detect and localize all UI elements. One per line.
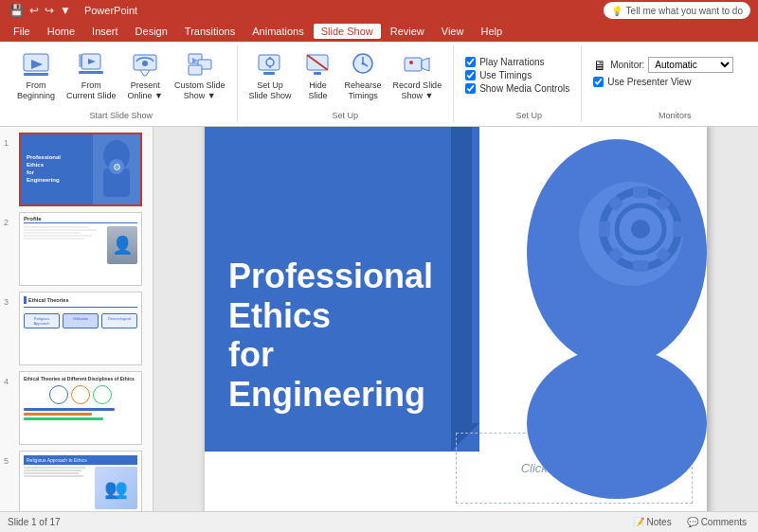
slide-title: ProfessionalEthicsforEngineering (228, 257, 433, 414)
custom-slide-show-label: Custom SlideShow ▼ (174, 80, 226, 101)
slide-item-5[interactable]: 5 Religious Approach to Ethics 👥 (0, 449, 153, 511)
play-narrations-checkbox[interactable]: Play Narrations (465, 57, 569, 67)
setup-group-label: Set Up (238, 111, 454, 120)
from-current-slide-button[interactable]: FromCurrent Slide (63, 47, 120, 103)
svg-rect-40 (633, 260, 648, 272)
slide-thumb-4[interactable]: Ethical Theories at Different Discipline… (19, 371, 142, 445)
setup-slide-show-button[interactable]: Set UpSlide Show (245, 47, 296, 103)
from-beginning-button[interactable]: FromBeginning (13, 47, 59, 103)
slide-thumb-3[interactable]: Ethical Theories ReligiousApproach Utili… (19, 292, 142, 365)
setup-slide-show-label: Set UpSlide Show (249, 80, 292, 101)
main-area: 1 ProfessionalEthicsforEngineering (0, 127, 758, 511)
use-timings-label: Use Timings (479, 70, 532, 80)
svg-marker-26 (422, 58, 429, 71)
notes-label: Notes (647, 517, 672, 527)
slide-thumb-5[interactable]: Religious Approach to Ethics 👥 (19, 451, 142, 511)
svg-rect-11 (189, 65, 202, 75)
slide-item-2[interactable]: 2 Profile 👤 (0, 210, 153, 288)
menu-help[interactable]: Help (473, 24, 510, 39)
rehearse-timings-button[interactable]: RehearseTimings (341, 47, 386, 103)
comments-button[interactable]: 💬 Comments (683, 516, 750, 528)
menu-file[interactable]: File (6, 24, 38, 39)
svg-text:⚙: ⚙ (112, 162, 120, 172)
monitor-icon: 🖥 (593, 58, 606, 73)
slide-item-4[interactable]: 4 Ethical Theories at Different Discipli… (0, 369, 153, 447)
show-media-controls-checkbox[interactable]: Show Media Controls (465, 83, 569, 94)
checkboxes-group: Play Narrations Use Timings Show Media C… (454, 45, 582, 122)
record-slide-show-icon (402, 49, 432, 80)
rehearse-timings-icon (348, 49, 378, 80)
ribbon: FromBeginning FromCurrent Slide (0, 42, 758, 127)
menu-slideshow[interactable]: Slide Show (314, 24, 381, 39)
svg-rect-2 (24, 73, 48, 76)
redo-icon[interactable]: ↪ (43, 4, 56, 17)
monitors-controls: 🖥 Monitor: Automatic Use Presenter View (593, 53, 733, 91)
menu-animations[interactable]: Animations (244, 24, 311, 39)
comments-label: Comments (701, 517, 747, 527)
custom-slide-show-button[interactable]: Custom SlideShow ▼ (171, 47, 229, 103)
setup-group: Set UpSlide Show HideSlide (238, 45, 455, 122)
play-narrations-input[interactable] (465, 57, 476, 67)
svg-rect-42 (673, 222, 684, 237)
svg-point-38 (631, 220, 650, 239)
menu-transitions[interactable]: Transitions (177, 24, 243, 39)
undo-icon[interactable]: ↩ (27, 4, 41, 17)
from-current-slide-icon (76, 49, 106, 80)
slide-info: Slide 1 of 17 (8, 517, 61, 527)
from-current-slide-label: FromCurrent Slide (66, 80, 117, 101)
lightbulb-icon: 💡 (611, 6, 623, 16)
status-left: Slide 1 of 17 (8, 517, 61, 527)
svg-rect-14 (263, 72, 275, 75)
start-slideshow-group-label: Start Slide Show (6, 111, 237, 120)
status-right: 📝 Notes 💬 Comments (629, 516, 750, 528)
svg-rect-25 (405, 58, 422, 71)
slide-num-2: 2 (4, 218, 15, 227)
menu-view[interactable]: View (434, 24, 472, 39)
status-bar: Slide 1 of 17 📝 Notes 💬 Comments (0, 511, 758, 532)
from-beginning-label: FromBeginning (17, 80, 55, 101)
slide-title-block: ProfessionalEthicsforEngineering (205, 238, 457, 433)
use-timings-input[interactable] (465, 70, 476, 80)
slide-item-1[interactable]: 1 ProfessionalEthicsforEngineering (0, 131, 153, 208)
menu-bar: File Home Insert Design Transitions Anim… (0, 21, 758, 42)
hide-slide-icon (303, 49, 334, 80)
use-presenter-view-input[interactable] (593, 77, 604, 87)
slide-num-5: 5 (4, 456, 15, 466)
notes-icon: 📝 (633, 517, 644, 527)
record-slide-show-label: Record SlideShow ▼ (393, 80, 442, 101)
save-icon[interactable]: 💾 (8, 4, 26, 17)
slide-thumb-1[interactable]: ProfessionalEthicsforEngineering ⚙ (19, 133, 142, 206)
record-slide-show-button[interactable]: Record SlideShow ▼ (389, 47, 446, 103)
slide-num-1: 1 (4, 138, 15, 148)
use-presenter-view-checkbox[interactable]: Use Presenter View (593, 77, 691, 87)
svg-rect-20 (314, 72, 321, 75)
use-timings-checkbox[interactable]: Use Timings (465, 70, 569, 80)
setup-buttons: Set UpSlide Show HideSlide (245, 47, 446, 120)
tell-me-text: Tell me what you want to do (626, 6, 743, 16)
slide-item-3[interactable]: 3 Ethical Theories ReligiousApproach Uti… (0, 290, 153, 367)
show-media-controls-input[interactable] (465, 83, 476, 94)
hide-slide-button[interactable]: HideSlide (299, 47, 337, 103)
menu-design[interactable]: Design (128, 24, 175, 39)
fold-strip (451, 127, 472, 423)
menu-review[interactable]: Review (383, 24, 432, 39)
menu-home[interactable]: Home (40, 24, 82, 39)
svg-rect-5 (79, 71, 103, 74)
present-online-button[interactable]: PresentOnline ▼ (124, 47, 167, 103)
slide-num-3: 3 (4, 297, 15, 307)
svg-rect-6 (79, 54, 82, 67)
quick-access-toolbar: 💾 ↩ ↪ ▼ PowerPoint (8, 4, 137, 17)
notes-button[interactable]: 📝 Notes (629, 516, 676, 528)
customize-icon[interactable]: ▼ (58, 4, 73, 17)
slide-thumb-2[interactable]: Profile 👤 (19, 212, 142, 286)
slide-canvas[interactable]: ProfessionalEthicsforEngineering Click t… (205, 127, 707, 511)
monitor-select[interactable]: Automatic (648, 57, 733, 73)
tell-me-box[interactable]: 💡 Tell me what you want to do (604, 2, 750, 19)
canvas-wrapper: ProfessionalEthicsforEngineering Click t… (205, 127, 707, 511)
head-silhouette (508, 130, 707, 499)
menu-insert[interactable]: Insert (84, 24, 126, 39)
svg-rect-41 (599, 222, 610, 237)
monitors-group: 🖥 Monitor: Automatic Use Presenter View … (582, 45, 745, 122)
checkbox-list: Play Narrations Use Timings Show Media C… (465, 53, 569, 98)
monitor-row: 🖥 Monitor: Automatic (593, 57, 733, 73)
